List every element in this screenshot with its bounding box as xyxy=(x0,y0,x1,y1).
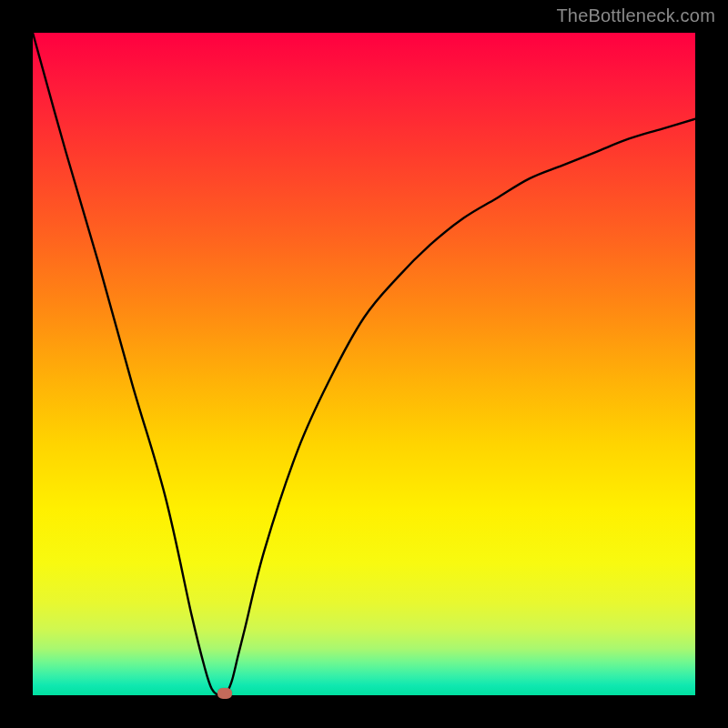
chart-frame: TheBottleneck.com xyxy=(0,0,728,728)
watermark-text: TheBottleneck.com xyxy=(556,5,715,26)
plot-area xyxy=(33,33,695,695)
curve-svg xyxy=(33,33,695,695)
optimal-point-marker xyxy=(217,688,232,699)
bottleneck-curve xyxy=(33,33,695,697)
